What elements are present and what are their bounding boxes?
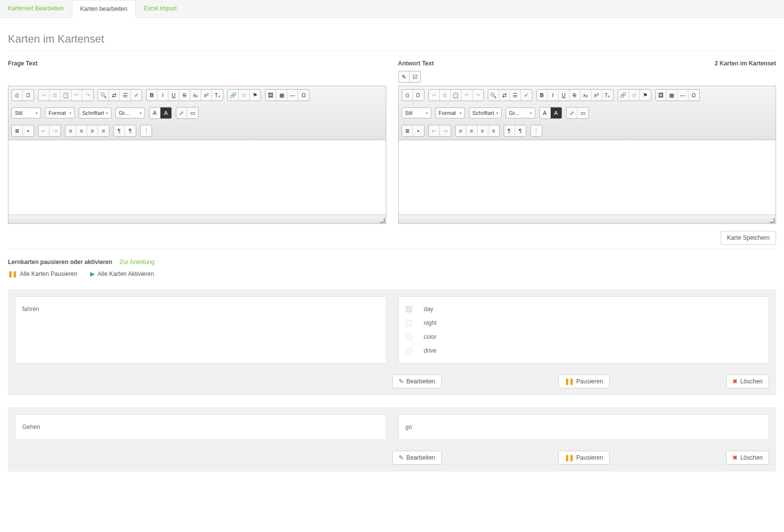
card-block: Gehengo✎Bearbeiten❚❚Pausieren✖Löschen [8, 407, 776, 472]
bullist-icon[interactable]: • [23, 125, 34, 136]
link-icon[interactable]: 🔗 [228, 90, 239, 101]
source-icon[interactable]: ⎙ [402, 90, 413, 101]
resize-handle[interactable] [380, 218, 385, 223]
edit-card-button[interactable]: ✎Bearbeiten [392, 374, 442, 388]
underline-icon[interactable]: U [168, 90, 179, 101]
strike-icon[interactable]: S [179, 90, 190, 101]
rtl-icon[interactable]: ¶ [125, 125, 136, 136]
numlist-icon[interactable]: ≣ [402, 125, 413, 136]
font-combo[interactable]: Schriftart▾ [469, 107, 502, 118]
rtl-icon[interactable]: ¶ [515, 125, 526, 136]
hr-icon[interactable]: — [678, 90, 688, 101]
card-answer: go [398, 414, 770, 440]
anchor-icon[interactable]: ⚑ [250, 90, 261, 101]
align-left-icon[interactable]: ≡ [65, 125, 76, 136]
card-count: 2 Karten im Kartenset [715, 60, 776, 67]
format-combo[interactable]: Format▾ [435, 107, 465, 118]
italic-icon[interactable]: I [157, 90, 168, 101]
removeformat-icon[interactable]: Tₓ [602, 90, 613, 101]
textcolor-icon[interactable]: A [540, 107, 551, 118]
selectall-icon[interactable]: ☰ [510, 90, 521, 101]
resize-handle[interactable] [770, 218, 775, 223]
specialchar-icon[interactable]: Ω [298, 90, 309, 101]
subscript-icon[interactable]: x₂ [580, 90, 591, 101]
size-combo[interactable]: Gr...▾ [506, 107, 535, 118]
align-right-icon[interactable]: ≡ [87, 125, 98, 136]
format-combo[interactable]: Format▾ [45, 107, 75, 118]
answer-checkbox [406, 334, 412, 340]
image-icon[interactable]: 🖼 [656, 90, 667, 101]
preview-icon[interactable]: 🗋 [23, 90, 34, 101]
hr-icon[interactable]: — [287, 90, 298, 101]
align-right-icon[interactable]: ≡ [477, 125, 488, 136]
superscript-icon[interactable]: x² [591, 90, 602, 101]
answer-text: night [424, 319, 437, 326]
edit-card-button[interactable]: ✎Bearbeiten [392, 451, 442, 465]
style-combo[interactable]: Stil▾ [11, 107, 41, 118]
more-icon[interactable]: ⋮ [531, 125, 542, 136]
bullist-icon[interactable]: • [413, 125, 424, 136]
paste-icon[interactable]: 📋 [451, 90, 462, 101]
pause-card-button[interactable]: ❚❚Pausieren [558, 451, 610, 465]
delete-card-button[interactable]: ✖Löschen [726, 374, 769, 388]
align-left-icon[interactable]: ≡ [456, 125, 467, 136]
maximize-icon[interactable]: ⤢ [176, 107, 187, 118]
question-textarea[interactable] [8, 140, 386, 214]
search-icon[interactable]: 🔍 [488, 90, 499, 101]
tab-karten-bearbeiten[interactable]: Karten bearbeiten [72, 0, 136, 18]
search-icon[interactable]: 🔍 [98, 90, 109, 101]
spellcheck-icon[interactable]: ✓ [131, 90, 142, 101]
answer-mode-text-icon[interactable]: ✎ [399, 71, 410, 82]
style-combo[interactable]: Stil▾ [402, 107, 431, 118]
more-icon[interactable]: ⋮ [141, 125, 152, 136]
specialchar-icon[interactable]: Ω [688, 90, 699, 101]
pause-all-button[interactable]: ❚❚ Alle Karten Pausieren [8, 270, 77, 277]
ltr-icon[interactable]: ¶ [114, 125, 125, 136]
blocks-icon[interactable]: ▭ [187, 107, 198, 118]
removeformat-icon[interactable]: Tₓ [212, 90, 223, 101]
delete-card-label: Löschen [740, 454, 763, 461]
tab-kartenset-bearbeiten[interactable]: Kartenset Bearbeiten [0, 0, 72, 17]
numlist-icon[interactable]: ≣ [12, 125, 23, 136]
bold-icon[interactable]: B [537, 90, 548, 101]
answer-mode-check-icon[interactable]: ☑ [410, 71, 420, 82]
save-card-button[interactable]: Karte Speichern [721, 231, 776, 245]
bgcolor-icon[interactable]: A [160, 107, 171, 118]
guide-link[interactable]: Zur Anleitung [119, 259, 155, 266]
source-icon[interactable]: ⎙ [12, 90, 23, 101]
selectall-icon[interactable]: ☰ [120, 90, 131, 101]
ltr-icon[interactable]: ¶ [504, 125, 515, 136]
bgcolor-icon[interactable]: A [551, 107, 562, 118]
tab-excel-import[interactable]: Excel Import [136, 0, 185, 17]
pause-card-label: Pausieren [576, 454, 603, 461]
pause-card-button[interactable]: ❚❚Pausieren [558, 374, 610, 388]
image-icon[interactable]: 🖼 [265, 90, 276, 101]
answer-textarea[interactable] [399, 140, 776, 214]
align-justify-icon[interactable]: ≡ [98, 125, 109, 136]
link-icon[interactable]: 🔗 [618, 90, 629, 101]
delete-card-button[interactable]: ✖Löschen [726, 451, 769, 465]
bold-icon[interactable]: B [147, 90, 157, 101]
italic-icon[interactable]: I [548, 90, 559, 101]
blocks-icon[interactable]: ▭ [577, 107, 588, 118]
maximize-icon[interactable]: ⤢ [567, 107, 577, 118]
replace-icon[interactable]: ⇄ [499, 90, 510, 101]
size-combo[interactable]: Gr...▾ [115, 107, 145, 118]
anchor-icon[interactable]: ⚑ [640, 90, 651, 101]
spellcheck-icon[interactable]: ✓ [521, 90, 532, 101]
align-justify-icon[interactable]: ≡ [488, 125, 499, 136]
table-icon[interactable]: ▦ [667, 90, 678, 101]
superscript-icon[interactable]: x² [201, 90, 212, 101]
align-center-icon[interactable]: ≡ [76, 125, 87, 136]
replace-icon[interactable]: ⇄ [109, 90, 120, 101]
table-icon[interactable]: ▦ [276, 90, 287, 101]
font-combo[interactable]: Schriftart▾ [79, 107, 111, 118]
strike-icon[interactable]: S [570, 90, 580, 101]
paste-icon[interactable]: 📋 [60, 90, 71, 101]
subscript-icon[interactable]: x₂ [190, 90, 201, 101]
align-center-icon[interactable]: ≡ [467, 125, 477, 136]
preview-icon[interactable]: 🗋 [413, 90, 424, 101]
textcolor-icon[interactable]: A [150, 107, 160, 118]
underline-icon[interactable]: U [559, 90, 570, 101]
activate-all-button[interactable]: ▶ Alle Karten Aktivieren [90, 270, 154, 277]
